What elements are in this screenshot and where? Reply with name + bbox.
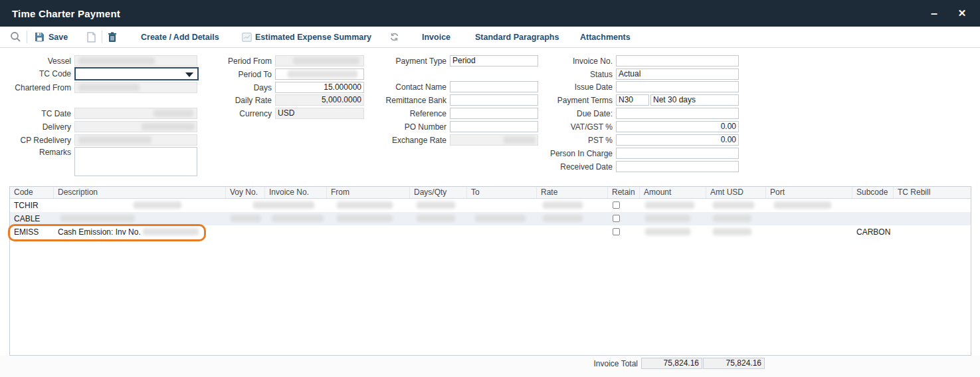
po-number-input[interactable] xyxy=(450,121,538,132)
refresh-button[interactable] xyxy=(389,27,399,47)
redacted-value xyxy=(142,123,195,130)
person-in-charge-input[interactable] xyxy=(616,148,739,159)
po-number-label: PO Number xyxy=(369,122,446,132)
redacted-value xyxy=(288,70,357,78)
trash-icon xyxy=(108,32,117,43)
search-button[interactable] xyxy=(10,27,21,47)
delete-button[interactable] xyxy=(108,27,117,47)
tc-date-field-row: TC Date xyxy=(0,108,197,119)
redacted-value xyxy=(475,215,526,222)
cp-redelivery-field-row: CP Redelivery xyxy=(0,134,197,146)
redacted-value xyxy=(293,57,359,64)
close-button[interactable]: ✕ xyxy=(951,0,973,27)
payment-terms-code-input[interactable]: N30 xyxy=(616,94,649,106)
cell-description: Cash Emission: Inv No. xyxy=(58,227,141,237)
cell-code: CABLE xyxy=(14,214,40,223)
column-header-amt-usd: Amt USD xyxy=(706,187,766,198)
column-header-amount: Amount xyxy=(640,187,706,198)
column-header-from: From xyxy=(327,187,410,198)
due-date-field-row: Due Date: xyxy=(535,108,739,119)
standard-paragraphs-button[interactable]: Standard Paragraphs xyxy=(475,27,559,47)
redacted-value xyxy=(272,215,324,222)
column-header-rate: Rate xyxy=(537,187,608,198)
redacted-value xyxy=(337,215,393,222)
save-icon xyxy=(35,32,45,42)
invoice-no-input[interactable] xyxy=(616,55,739,66)
period-to-label: Period To xyxy=(201,69,272,80)
daily-rate-label: Daily Rate xyxy=(201,95,272,106)
period-from-input xyxy=(275,55,364,66)
toolbar-separator xyxy=(102,31,102,43)
redacted-value xyxy=(774,201,831,209)
table-row[interactable]: TCHIR xyxy=(10,199,971,212)
redacted-value xyxy=(337,201,393,209)
redacted-value xyxy=(645,228,690,235)
retain-checkbox[interactable] xyxy=(613,201,620,209)
pst-input[interactable]: 0.00 xyxy=(616,134,739,146)
redacted-value xyxy=(645,201,694,209)
attachments-label: Attachments xyxy=(580,33,631,42)
footer-strip xyxy=(0,356,980,377)
invoice-button[interactable]: Invoice xyxy=(422,27,450,47)
daily-rate-field-row: Daily Rate 5,000.0000 xyxy=(201,94,364,106)
status-input[interactable]: Actual xyxy=(616,68,739,80)
minimize-button[interactable]: – xyxy=(923,0,945,27)
due-date-input[interactable] xyxy=(616,108,739,119)
redacted-value xyxy=(504,136,536,144)
redacted-value xyxy=(713,201,754,209)
chevron-down-icon xyxy=(185,72,193,77)
issue-date-input[interactable] xyxy=(616,81,739,92)
payment-terms-desc-input[interactable]: Net 30 days xyxy=(650,94,739,106)
due-date-label: Due Date: xyxy=(535,108,613,119)
attachments-button[interactable]: Attachments xyxy=(580,27,631,47)
daily-rate-input: 5,000.0000 xyxy=(275,94,364,106)
received-date-field-row: Received Date xyxy=(535,161,739,172)
column-header-port: Port xyxy=(766,187,852,198)
redacted-value xyxy=(645,215,690,222)
status-field-row: Status Actual xyxy=(535,68,739,80)
payment-type-field-row: Payment Type Period xyxy=(369,55,538,66)
retain-checkbox[interactable] xyxy=(613,228,620,235)
period-to-input[interactable] xyxy=(275,68,364,80)
window-title: Time Charter Payment xyxy=(12,8,120,19)
cell-subcode: CARBON xyxy=(856,227,890,237)
received-date-input[interactable] xyxy=(616,161,739,172)
days-input[interactable]: 15.000000 xyxy=(275,82,364,93)
remarks-textarea[interactable] xyxy=(74,147,197,176)
table-row[interactable]: CABLE xyxy=(10,212,971,225)
contact-name-field-row: Contact Name xyxy=(369,81,538,92)
time-charter-payment-window: Time Charter Payment – ✕ Save xyxy=(0,0,980,377)
copy-document-button[interactable] xyxy=(87,27,96,47)
remittance-bank-input[interactable] xyxy=(450,94,538,106)
vessel-field-row: Vessel xyxy=(0,55,197,66)
create-add-details-button[interactable]: Create / Add Details xyxy=(141,27,219,47)
toolbar-separator xyxy=(27,31,27,43)
tc-date-label: TC Date xyxy=(0,108,71,119)
estimated-expense-summary-button[interactable]: Estimated Expense Summary xyxy=(242,27,371,47)
currency-field-row: Currency USD xyxy=(201,108,364,119)
invoice-total-field: 75,824.16 xyxy=(641,358,702,369)
vat-gst-field-row: VAT/GST % 0.00 xyxy=(535,121,739,132)
column-header-tc-rebill: TC Rebill xyxy=(894,187,971,198)
reference-input[interactable] xyxy=(450,108,538,119)
period-from-field-row: Period From xyxy=(201,55,364,66)
retain-checkbox[interactable] xyxy=(613,215,620,222)
issue-date-label: Issue Date xyxy=(535,82,613,92)
tc-code-dropdown[interactable] xyxy=(74,67,199,80)
status-label: Status xyxy=(535,69,613,80)
column-header-retain: Retain xyxy=(608,187,640,198)
redacted-value xyxy=(60,215,135,222)
redacted-value xyxy=(153,110,193,117)
period-to-field-row: Period To xyxy=(201,68,364,80)
payment-type-input[interactable]: Period xyxy=(450,55,538,66)
table-row[interactable]: EMISS Cash Emission: Inv No. CARBON xyxy=(10,225,971,239)
column-header-code: Code xyxy=(10,187,54,198)
po-number-field-row: PO Number xyxy=(369,121,538,132)
payment-terms-label: Payment Terms xyxy=(535,95,613,106)
save-button[interactable]: Save xyxy=(35,27,68,47)
cp-redelivery-input xyxy=(74,134,197,146)
contact-name-input[interactable] xyxy=(450,81,538,92)
delivery-label: Delivery xyxy=(0,122,71,132)
cell-code: TCHIR xyxy=(14,201,39,210)
vat-gst-input[interactable]: 0.00 xyxy=(616,121,739,132)
